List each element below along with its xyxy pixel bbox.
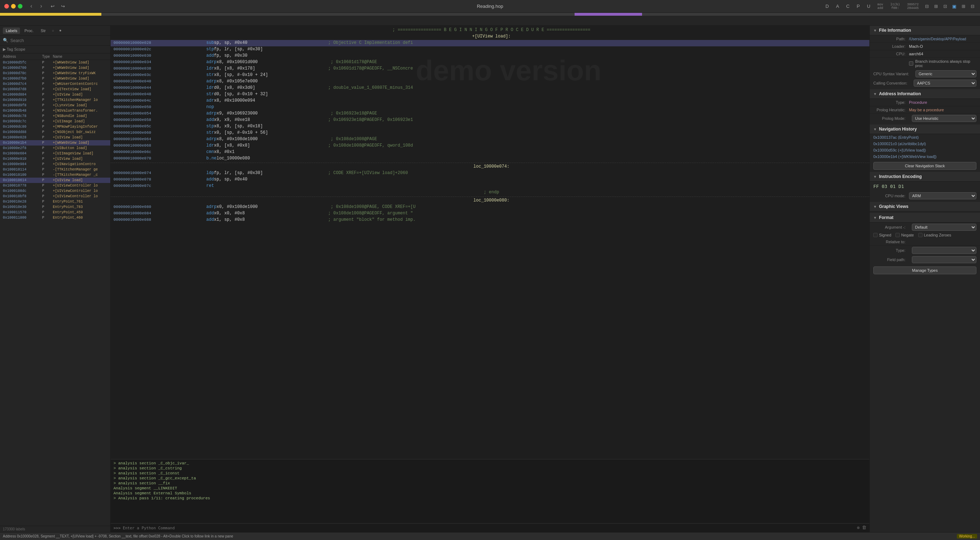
table-row[interactable]: 000000010000e034 adrp x8, #0x10601d000 ;… (111, 59, 869, 66)
layout-icon6[interactable]: ⊟ (969, 3, 976, 10)
table-row[interactable]: loc_10000e074: (111, 164, 869, 170)
table-row[interactable]: 000000010000e060 str x0, [sp, #-0x10 + 5… (111, 130, 869, 136)
list-item[interactable]: 0x100010114 P -[TTKitchenManager ge (0, 167, 110, 172)
table-row[interactable]: 000000010000e04c adr x8, #0x10000e094 (111, 98, 869, 104)
table-row[interactable]: 000000010000e080 adrp x0, #0x108de1000 ;… (111, 204, 869, 210)
list-item[interactable]: 0x10000e910 P +[UIView load] (0, 156, 110, 162)
console-trash-icon[interactable]: 🗑 (862, 525, 867, 531)
maximize-button[interactable] (18, 4, 22, 9)
list-item[interactable]: 0x10000e028 P +[UIView load] (0, 135, 110, 140)
table-row[interactable]: 000000010000e058 add x9, x9, #0xe18 ; 0x… (111, 117, 869, 124)
list-item[interactable]: 0x10000d910 P +[TTKitchenManager lo (0, 97, 110, 103)
branch-checkbox[interactable] (909, 61, 913, 66)
table-row[interactable]: 000000010000e028 sub sp, sp, #0x40 ; Obj… (111, 40, 869, 46)
list-item[interactable]: 0x1000108dc P +[UIViewController lo (0, 188, 110, 194)
search-input[interactable] (10, 38, 107, 43)
table-row[interactable]: 000000010000e068 ldr x8, [x8, #0x8] ; 0x… (111, 143, 869, 149)
list-item[interactable]: 0x10000d7d8 P +[UITextView load] (0, 87, 110, 92)
list-item[interactable]: 0x10000dd88 P +[NSObject bdr_swizz (0, 129, 110, 135)
table-row[interactable]: 000000010000e078 add sp, sp, #0x40 (111, 176, 869, 183)
layout-icon1[interactable]: ⊟ (924, 3, 930, 10)
table-row[interactable]: 000000010000e030 add fp, sp, #0x30 (111, 53, 869, 59)
table-row[interactable]: 000000010000e06c cmn x8, #0x1 (111, 149, 869, 156)
disasm-content[interactable]: ; ================= B E G I N N I N G O … (111, 26, 869, 459)
negate-checkbox[interactable] (896, 233, 900, 237)
list-item[interactable]: 0x100010614 P +[UIView load] (0, 178, 110, 183)
list-item[interactable]: 0x10000dc80 P +[MPNowPlayingInfoCer (0, 124, 110, 129)
tag-scope[interactable]: ▶ Tag Scope (0, 46, 110, 54)
table-row[interactable]: +[UIView load]: (111, 33, 869, 40)
table-row[interactable]: ; ================= B E G I N N I N G O … (111, 27, 869, 33)
list-item[interactable]: 0x10000e604 P +[UIImageView load] (0, 151, 110, 156)
list-item[interactable]: 0x100011800 P EntryPoint_460 (0, 215, 110, 221)
toolbar-p-button[interactable]: P (854, 3, 862, 10)
toolbar-a-button[interactable]: A (834, 3, 841, 10)
dot-icon[interactable]: ● (57, 27, 64, 34)
cpu-syntax-select[interactable]: Generic (915, 70, 977, 78)
table-row[interactable]: 000000010000e074 ldp fp, lr, [sp, #0x30]… (111, 170, 869, 176)
format-type-select[interactable] (912, 247, 977, 254)
table-row[interactable]: 000000010000e040 adrp x8, #0x105e7e000 (111, 78, 869, 85)
list-item[interactable]: 0x10000dc7c P +[UIImage load] (0, 119, 110, 124)
table-row[interactable]: 000000010000e088 add x1, sp, #0x8 ; argu… (111, 217, 869, 223)
file-info-header[interactable]: ▼ File Information (870, 26, 980, 35)
list-item[interactable]: 0x10000d70c P +[WKWebView tryFixWK (0, 71, 110, 76)
list-item[interactable]: 0x100010100 P -[TTKitchenManager _c (0, 172, 110, 178)
leading-zeroes-checkbox[interactable] (918, 233, 923, 237)
list-item[interactable]: 0x10000d7c4 P +[WKUserContentContrc (0, 81, 110, 87)
list-item[interactable]: 0x100010e30 P EntryPoint_783 (0, 204, 110, 210)
list-item[interactable]: 0x10000d9f8 P +[LynxView load] (0, 103, 110, 108)
manage-types-button[interactable]: Manage Types (873, 267, 977, 274)
table-row[interactable]: 000000010000e054 adrp x9, #0x106923000 ;… (111, 111, 869, 117)
prolog-mode-select[interactable]: Use Heuristic (912, 115, 977, 122)
redo-button[interactable]: ↪ (59, 3, 67, 10)
minimize-button[interactable] (11, 4, 16, 9)
table-row[interactable]: 000000010000e084 add x0, x0, #0x8 ; 0x10… (111, 210, 869, 217)
console-input[interactable] (123, 526, 855, 530)
table-row[interactable]: 000000010000e07c ret (111, 183, 869, 189)
table-row[interactable]: 000000010000e070 b.ne loc_10000e080 (111, 156, 869, 162)
table-row[interactable]: 000000010000e050 nop (111, 104, 869, 111)
table-row[interactable]: 000000010000e044 ldr d0, [x8, #0x3d0] ; … (111, 85, 869, 91)
tab-labels[interactable]: Labels (3, 27, 20, 34)
list-item[interactable]: 0x10000d5fc P +[WKWebView load] (0, 60, 110, 65)
table-row[interactable]: loc_10000e080: (111, 198, 869, 204)
format-header[interactable]: ▼ Format (870, 213, 980, 222)
close-button[interactable] (4, 4, 9, 9)
nav-history-item[interactable]: 0x10000d59c (+[UIView load]) (870, 147, 980, 153)
toolbar-u-button[interactable]: U (865, 3, 872, 10)
layout-icon3[interactable]: ⊡ (942, 3, 948, 10)
list-item[interactable]: 0x10000d7b0 P +[WKWebView load] (0, 76, 110, 81)
table-row[interactable]: 000000010000e038 ldr x8, [x8, #0x178] ; … (111, 66, 869, 72)
table-row[interactable]: ; endp (111, 189, 869, 196)
toolbar-c-button[interactable]: C (844, 3, 851, 10)
table-row[interactable]: 000000010000e064 adrp x8, #0x108de1000 ;… (111, 136, 869, 143)
list-item[interactable]: 0x10000e984 P +[UINavigationContro (0, 162, 110, 167)
console-clear-icon[interactable]: ⊗ (857, 525, 860, 531)
list-item[interactable]: 0x100011570 P EntryPoint_459 (0, 210, 110, 215)
undo-button[interactable]: ↩ (49, 3, 57, 10)
cpu-mode-select[interactable]: ARM (909, 192, 977, 199)
list-item[interactable]: 0x10000d884 P +[UIView load] (0, 92, 110, 97)
instr-encoding-header[interactable]: ▼ Instruction Encoding (870, 172, 980, 181)
star-icon[interactable]: ☆ (50, 27, 56, 34)
field-path-select[interactable] (912, 256, 977, 263)
list-item[interactable]: 0x10000e1b4 P +[WKWebView load] (0, 140, 110, 146)
list-item[interactable]: 0x10000d700 P +[WKWebView load] (0, 65, 110, 71)
nav-back-button[interactable]: ‹ (27, 3, 36, 10)
layout-icon5[interactable]: ⊞ (960, 3, 967, 10)
nav-history-item[interactable]: 0x10000e1b4 (+[WKWebView load]) (870, 153, 980, 160)
format-arg-select[interactable]: Default (912, 224, 977, 231)
list-item[interactable]: 0x100010bf8 P +[UIViewController lo (0, 194, 110, 199)
tab-str[interactable]: Str (38, 27, 49, 34)
nav-history-header[interactable]: ▼ Navigation History (870, 124, 980, 134)
addr-info-header[interactable]: ▼ Address Information (870, 89, 980, 99)
table-row[interactable]: 000000010000e03c str x8, [sp, #-0x10 + 2… (111, 72, 869, 78)
list-item[interactable]: 0x100010e28 P EntryPoint_761 (0, 199, 110, 204)
signed-checkbox[interactable] (873, 233, 878, 237)
toolbar-d-button[interactable]: D (823, 3, 831, 10)
clear-nav-button[interactable]: Clear Navigation Stack (873, 162, 977, 170)
tab-proc[interactable]: Proc. (21, 27, 37, 34)
table-row[interactable]: 000000010000e048 str d0, [sp, #-0x10 + 3… (111, 91, 869, 98)
nav-history-item[interactable]: 0x1000137ac (EntryPoint) (870, 134, 980, 141)
